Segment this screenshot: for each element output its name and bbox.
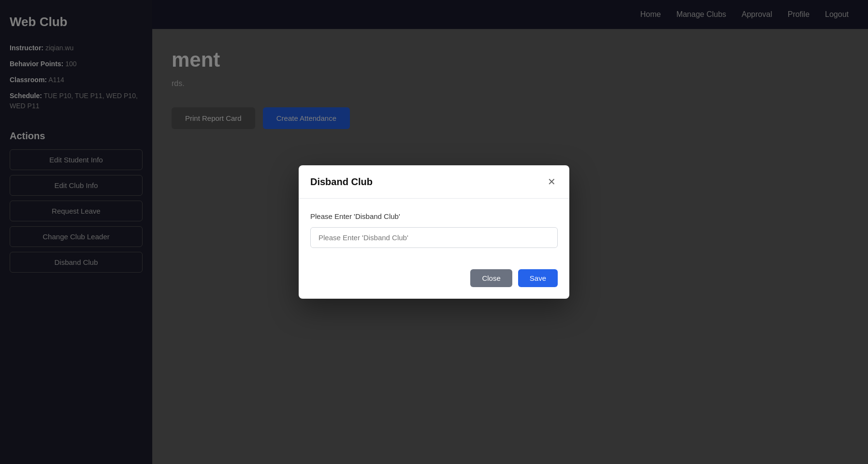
modal-header: Disband Club ✕ (299, 165, 569, 199)
disband-club-modal: Disband Club ✕ Please Enter 'Disband Clu… (299, 165, 569, 299)
disband-club-input[interactable] (310, 227, 558, 248)
modal-label: Please Enter 'Disband Club' (310, 212, 558, 220)
modal-close-x-button[interactable]: ✕ (546, 175, 558, 188)
modal-footer: Close Save (299, 261, 569, 299)
modal-title: Disband Club (310, 176, 373, 188)
modal-close-button[interactable]: Close (470, 269, 512, 287)
modal-save-button[interactable]: Save (518, 269, 558, 287)
modal-body: Please Enter 'Disband Club' (299, 199, 569, 261)
